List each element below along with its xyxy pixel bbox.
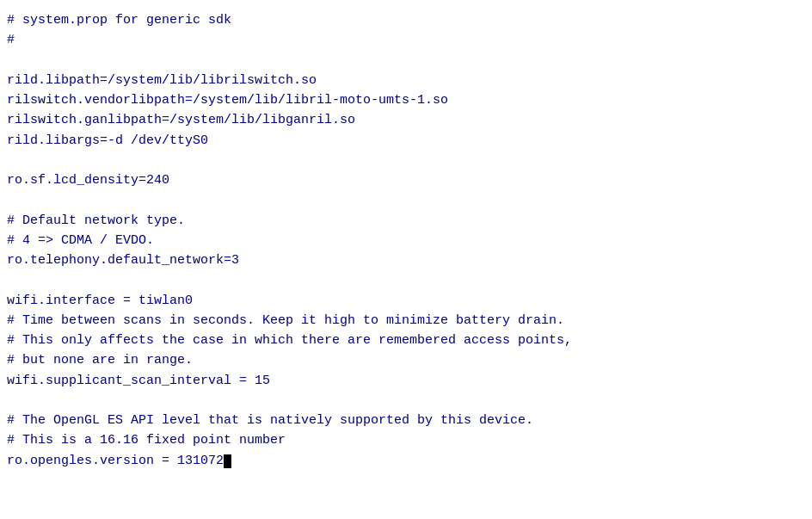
code-line: rild.libargs=-d /dev/ttyS0 (7, 131, 805, 151)
code-line: wifi.supplicant_scan_interval = 15 (7, 371, 805, 391)
code-line: # This is a 16.16 fixed point number (7, 430, 805, 450)
text-cursor (224, 454, 231, 468)
code-line: rild.libpath=/system/lib/librilswitch.so (7, 71, 805, 90)
code-line (7, 151, 805, 170)
code-line: rilswitch.ganlibpath=/system/lib/libganr… (7, 110, 805, 130)
code-line: # 4 => CDMA / EVDO. (7, 231, 805, 250)
code-line: wifi.interface = tiwlan0 (7, 291, 805, 311)
code-editor: # system.prop for generic sdk# rild.libp… (0, 0, 812, 519)
code-line: # (7, 30, 805, 50)
code-line: # This only affects the case in which th… (7, 331, 805, 350)
code-line: # Time between scans in seconds. Keep it… (7, 311, 805, 331)
code-text: # system.prop for generic sdk# rild.libp… (7, 10, 805, 471)
code-line: # but none are in range. (7, 350, 805, 370)
code-line: # Default network type. (7, 211, 805, 231)
code-line (7, 270, 805, 290)
code-line (7, 391, 805, 411)
code-line: # The OpenGL ES API level that is native… (7, 411, 805, 430)
code-line: ro.sf.lcd_density=240 (7, 170, 805, 190)
code-line: # system.prop for generic sdk (7, 10, 805, 30)
code-line: ro.telephony.default_network=3 (7, 250, 805, 270)
code-line: ro.opengles.version = 131072 (7, 451, 805, 471)
code-line (7, 51, 805, 71)
code-line (7, 190, 805, 210)
code-line: rilswitch.vendorlibpath=/system/lib/libr… (7, 90, 805, 110)
